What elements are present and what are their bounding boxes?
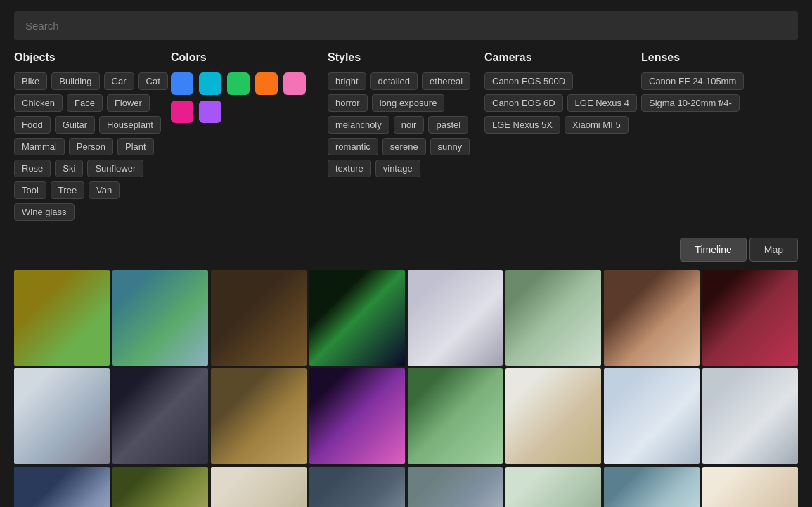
object-tag-guitar[interactable]: Guitar [55, 116, 95, 134]
photo-cell-19[interactable] [211, 467, 307, 507]
photo-cell-8[interactable] [702, 270, 798, 366]
camera-tag-xiaomi-mi-5[interactable]: Xiaomi MI 5 [565, 116, 629, 134]
photo-cell-1[interactable] [14, 270, 110, 366]
colors-filter-group: Colors [171, 51, 328, 221]
camera-tag-canon-eos-500d[interactable]: Canon EOS 500D [484, 72, 573, 90]
camera-tag-lge-nexus-5x[interactable]: LGE Nexus 5X [484, 116, 560, 134]
lenses-tags: Canon EF 24-105mmSigma 10-20mm f/4- [641, 72, 798, 112]
photo-cell-17[interactable] [14, 467, 110, 507]
style-tag-serene[interactable]: serene [382, 138, 426, 155]
style-tag-long-exposure[interactable]: long exposure [372, 94, 445, 112]
photo-cell-5[interactable] [408, 270, 503, 366]
photo-cell-18[interactable] [112, 467, 208, 507]
photo-cell-9[interactable] [14, 368, 110, 464]
photo-cell-22[interactable] [505, 467, 601, 507]
lenses-filter-group: Lenses Canon EF 24-105mmSigma 10-20mm f/… [641, 51, 798, 221]
lens-tag-canon-ef-24-105mm[interactable]: Canon EF 24-105mm [641, 72, 744, 90]
cameras-filter-group: Cameras Canon EOS 500DCanon EOS 6DLGE Ne… [484, 51, 641, 221]
color-dot-green[interactable] [227, 72, 250, 95]
style-tag-vintage[interactable]: vintage [375, 160, 420, 177]
object-tag-tool[interactable]: Tool [14, 181, 46, 199]
style-tag-romantic[interactable]: romantic [328, 138, 378, 155]
object-tag-flower[interactable]: Flower [107, 94, 150, 112]
object-tag-plant[interactable]: Plant [117, 138, 154, 155]
object-tag-van[interactable]: Van [89, 181, 120, 199]
photo-grid [0, 270, 812, 507]
camera-tag-canon-eos-6d[interactable]: Canon EOS 6D [484, 94, 563, 112]
object-tag-chicken[interactable]: Chicken [14, 94, 63, 112]
object-tag-food[interactable]: Food [14, 116, 51, 134]
object-tag-tree[interactable]: Tree [51, 181, 84, 199]
photo-cell-24[interactable] [702, 467, 798, 507]
object-tag-houseplant[interactable]: Houseplant [99, 116, 161, 134]
color-dot-blue[interactable] [171, 72, 193, 95]
styles-title: Styles [328, 51, 484, 64]
photo-cell-11[interactable] [211, 368, 307, 464]
photo-cell-4[interactable] [309, 270, 405, 366]
style-tag-texture[interactable]: texture [328, 160, 371, 177]
cameras-title: Cameras [484, 51, 641, 64]
object-tag-mammal[interactable]: Mammal [14, 138, 65, 155]
object-tag-rose[interactable]: Rose [14, 160, 51, 177]
objects-filter-group: Objects BikeBuildingCarCatChickenFaceFlo… [14, 51, 171, 221]
object-tag-car[interactable]: Car [104, 72, 134, 90]
style-tag-detailed[interactable]: detailed [370, 72, 418, 90]
object-tag-bike[interactable]: Bike [14, 72, 47, 90]
style-tag-horror[interactable]: horror [328, 94, 368, 112]
object-tag-person[interactable]: Person [69, 138, 113, 155]
styles-filter-group: Styles brightdetailedetherealhorrorlong … [328, 51, 484, 221]
object-tag-wine-glass[interactable]: Wine glass [14, 203, 75, 221]
object-tag-face[interactable]: Face [67, 94, 103, 112]
photo-cell-13[interactable] [408, 368, 503, 464]
object-tag-sunflower[interactable]: Sunflower [87, 160, 143, 177]
map-button[interactable]: Map [749, 238, 798, 262]
lenses-title: Lenses [641, 51, 798, 64]
photo-cell-14[interactable] [505, 368, 601, 464]
photo-cell-16[interactable] [702, 368, 798, 464]
timeline-button[interactable]: Timeline [680, 238, 746, 262]
top-bar [0, 0, 812, 51]
object-tag-ski[interactable]: Ski [55, 160, 83, 177]
object-tag-building[interactable]: Building [51, 72, 99, 90]
style-tag-sunny[interactable]: sunny [430, 138, 470, 155]
style-tag-bright[interactable]: bright [328, 72, 366, 90]
photo-cell-15[interactable] [604, 368, 700, 464]
photo-cell-20[interactable] [309, 467, 405, 507]
colors-title: Colors [171, 51, 328, 64]
bottom-controls: Timeline Map [0, 232, 812, 270]
camera-tag-lge-nexus-4[interactable]: LGE Nexus 4 [567, 94, 637, 112]
photo-cell-6[interactable] [505, 270, 601, 366]
photo-cell-3[interactable] [211, 270, 307, 366]
photo-cell-2[interactable] [112, 270, 208, 366]
style-tag-melancholy[interactable]: melancholy [328, 116, 389, 134]
photo-cell-23[interactable] [604, 467, 700, 507]
cameras-tags: Canon EOS 500DCanon EOS 6DLGE Nexus 4LGE… [484, 72, 641, 134]
color-dot-pink[interactable] [283, 72, 306, 95]
color-dot-orange[interactable] [255, 72, 278, 95]
color-dot-magenta[interactable] [171, 101, 193, 123]
style-tag-noir[interactable]: noir [394, 116, 425, 134]
style-tag-pastel[interactable]: pastel [428, 116, 468, 134]
filters-section: Objects BikeBuildingCarCatChickenFaceFlo… [0, 51, 812, 232]
lens-tag-sigma-10-20mm-f/4-[interactable]: Sigma 10-20mm f/4- [641, 94, 740, 112]
style-tag-ethereal[interactable]: ethereal [422, 72, 470, 90]
color-dot-purple[interactable] [199, 101, 221, 123]
photo-cell-10[interactable] [112, 368, 208, 464]
color-dot-cyan[interactable] [199, 72, 221, 95]
photo-cell-12[interactable] [309, 368, 405, 464]
photo-cell-7[interactable] [604, 270, 700, 366]
objects-tags: BikeBuildingCarCatChickenFaceFlowerFoodG… [14, 72, 171, 221]
object-tag-cat[interactable]: Cat [138, 72, 168, 90]
search-input[interactable] [14, 11, 798, 40]
objects-title: Objects [14, 51, 171, 64]
styles-tags: brightdetailedetherealhorrorlong exposur… [328, 72, 484, 177]
photo-cell-21[interactable] [408, 467, 503, 507]
color-dots [171, 72, 328, 123]
